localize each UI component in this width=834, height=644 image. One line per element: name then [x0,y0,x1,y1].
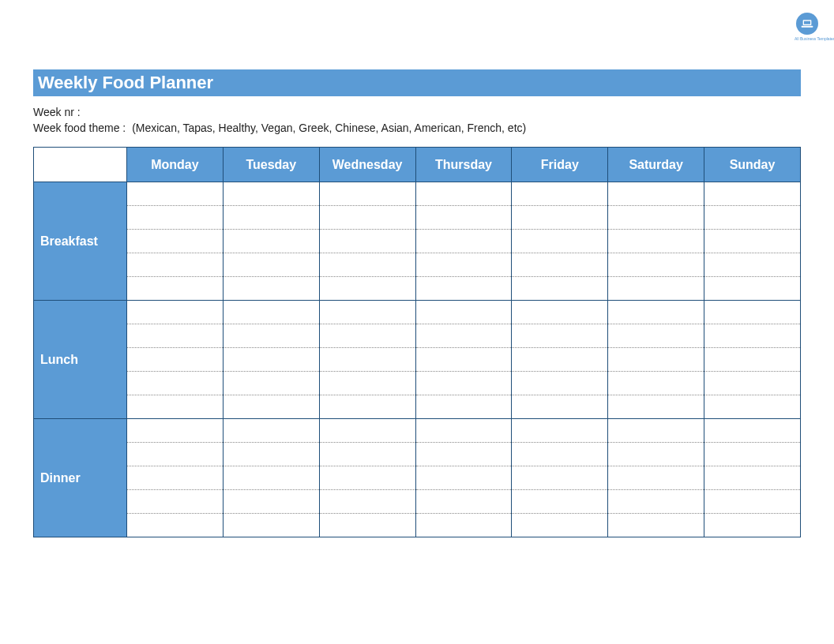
slot-line[interactable] [127,182,223,206]
slot-breakfast-wednesday[interactable] [319,182,415,301]
slot-line[interactable] [704,395,800,418]
slot-line[interactable] [704,490,800,514]
slot-lunch-friday[interactable] [512,301,608,419]
slot-line[interactable] [512,230,607,253]
slot-line[interactable] [704,253,800,277]
slot-line[interactable] [608,514,704,537]
slot-dinner-sunday[interactable] [704,419,801,537]
slot-line[interactable] [127,206,223,230]
slot-line[interactable] [127,253,223,277]
slot-breakfast-saturday[interactable] [608,182,704,301]
slot-line[interactable] [320,277,415,300]
slot-line[interactable] [224,443,319,466]
slot-line[interactable] [320,443,415,466]
slot-dinner-friday[interactable] [512,419,608,537]
slot-line[interactable] [224,395,319,418]
slot-breakfast-thursday[interactable] [415,182,512,301]
slot-line[interactable] [512,514,607,537]
slot-dinner-wednesday[interactable] [319,419,415,537]
slot-line[interactable] [416,253,512,277]
slot-line[interactable] [608,419,704,443]
slot-line[interactable] [224,490,319,514]
slot-line[interactable] [512,277,607,300]
slot-line[interactable] [224,419,319,443]
slot-line[interactable] [416,443,512,466]
slot-dinner-tuesday[interactable] [223,419,319,537]
slot-line[interactable] [704,206,800,230]
slot-line[interactable] [224,466,319,490]
slot-line[interactable] [704,514,800,537]
slot-line[interactable] [512,324,607,348]
slot-line[interactable] [608,490,704,514]
slot-line[interactable] [704,324,800,348]
slot-line[interactable] [320,514,415,537]
slot-line[interactable] [704,230,800,253]
slot-line[interactable] [704,419,800,443]
slot-line[interactable] [704,182,800,206]
slot-lunch-sunday[interactable] [704,301,801,419]
slot-line[interactable] [224,277,319,300]
slot-line[interactable] [224,182,319,206]
slot-lunch-saturday[interactable] [608,301,704,419]
slot-line[interactable] [416,514,512,537]
slot-line[interactable] [127,466,223,490]
slot-line[interactable] [320,230,415,253]
slot-line[interactable] [608,230,704,253]
slot-line[interactable] [416,206,512,230]
slot-line[interactable] [127,419,223,443]
slot-line[interactable] [512,395,607,418]
slot-line[interactable] [224,206,319,230]
slot-line[interactable] [608,443,704,466]
slot-dinner-saturday[interactable] [608,419,704,537]
slot-line[interactable] [512,490,607,514]
slot-line[interactable] [416,490,512,514]
slot-line[interactable] [608,206,704,230]
slot-line[interactable] [224,230,319,253]
slot-line[interactable] [127,277,223,300]
slot-line[interactable] [512,372,607,395]
slot-line[interactable] [320,466,415,490]
slot-breakfast-friday[interactable] [512,182,608,301]
slot-dinner-monday[interactable] [127,419,224,537]
slot-line[interactable] [704,301,800,324]
slot-line[interactable] [320,324,415,348]
slot-line[interactable] [224,301,319,324]
slot-line[interactable] [127,230,223,253]
slot-lunch-wednesday[interactable] [319,301,415,419]
slot-lunch-tuesday[interactable] [223,301,319,419]
slot-line[interactable] [512,206,607,230]
slot-line[interactable] [512,182,607,206]
slot-line[interactable] [224,324,319,348]
slot-line[interactable] [224,372,319,395]
slot-line[interactable] [416,372,512,395]
slot-line[interactable] [416,301,512,324]
slot-line[interactable] [416,182,512,206]
slot-line[interactable] [320,301,415,324]
slot-line[interactable] [127,395,223,418]
slot-lunch-thursday[interactable] [415,301,512,419]
slot-line[interactable] [512,466,607,490]
slot-breakfast-monday[interactable] [127,182,224,301]
slot-line[interactable] [416,230,512,253]
slot-line[interactable] [704,443,800,466]
slot-line[interactable] [320,182,415,206]
slot-line[interactable] [704,372,800,395]
slot-line[interactable] [416,466,512,490]
slot-line[interactable] [608,466,704,490]
slot-line[interactable] [320,395,415,418]
slot-line[interactable] [224,514,319,537]
slot-line[interactable] [320,490,415,514]
theme-value[interactable]: (Mexican, Tapas, Healthy, Vegan, Greek, … [132,122,526,134]
slot-line[interactable] [512,301,607,324]
slot-line[interactable] [320,348,415,372]
slot-breakfast-tuesday[interactable] [223,182,319,301]
slot-line[interactable] [416,277,512,300]
slot-line[interactable] [416,419,512,443]
slot-line[interactable] [608,324,704,348]
slot-breakfast-sunday[interactable] [704,182,801,301]
slot-line[interactable] [416,348,512,372]
slot-line[interactable] [320,206,415,230]
slot-line[interactable] [320,419,415,443]
slot-line[interactable] [512,253,607,277]
slot-line[interactable] [608,395,704,418]
